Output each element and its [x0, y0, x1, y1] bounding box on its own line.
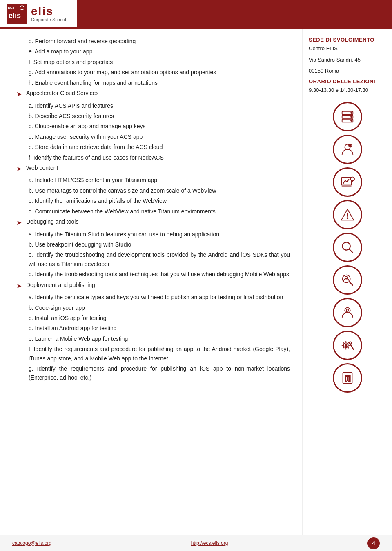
bullet-arrow: ➤	[16, 89, 23, 100]
sidebar-icons: ©	[309, 102, 386, 393]
list-item: b. Use meta tags to control the canvas s…	[29, 186, 290, 195]
list-item: a. Include HTML/CSS content in your Tita…	[29, 176, 290, 184]
list-item: e. Launch a Mobile Web app for testing	[29, 334, 290, 343]
logo-box: elis ECS	[7, 4, 27, 24]
main-layout: d. Perform forward and reverse geocoding…	[0, 29, 392, 535]
list-item: c. Install an iOS app for testing	[29, 313, 290, 322]
section-label: Debugging and tools	[26, 217, 78, 226]
sede-name: Centro ELIS	[309, 44, 386, 53]
chart-icon	[333, 167, 362, 197]
list-item: d. Perform forward and reverse geocoding	[29, 37, 290, 46]
logo-svg: elis ECS	[7, 4, 27, 24]
person-info-icon: i	[333, 298, 362, 327]
gear-tools-icon	[333, 331, 362, 360]
logo-corporate: Corporate School	[31, 17, 66, 22]
list-item: e. Add a map to your app	[29, 47, 290, 56]
sede-city: 00159 Roma	[309, 67, 386, 75]
svg-line-36	[343, 342, 344, 343]
section-acs: ➤ Appcelerator Cloud Services	[16, 89, 290, 100]
page-footer: catalogo@elis.org http://ecs.elis.org 4	[0, 535, 392, 551]
list-item: f. Identify the features of and use case…	[29, 153, 290, 162]
svg-text:©: ©	[349, 144, 351, 147]
list-item: a. Identify the Titanium Studio features…	[29, 230, 290, 239]
section-web: ➤ Web content	[16, 163, 290, 174]
list-item: a. Identify ACS APIs and features	[29, 101, 290, 110]
bullet-arrow: ➤	[16, 164, 23, 174]
list-item: b. Code-sign your app	[29, 303, 290, 312]
list-item: g. Identify the requirements and procedu…	[29, 364, 290, 382]
svg-point-16	[350, 177, 354, 181]
svg-line-37	[347, 347, 348, 348]
section-label: Appcelerator Cloud Services	[26, 89, 98, 98]
server-icon	[333, 102, 362, 131]
sidebar: Sede di svolgimento Centro ELIS Via Sand…	[302, 29, 392, 535]
footer-email[interactable]: catalogo@elis.org	[12, 540, 51, 546]
list-item: d. Identify the troubleshooting tools an…	[29, 270, 290, 279]
sede-label: Sede di svolgimento	[309, 37, 386, 43]
svg-line-23	[349, 249, 353, 253]
section-deploy: ➤ Deployment and publishing	[16, 280, 290, 291]
list-item: c. Cloud-enable an app and manage app ke…	[29, 122, 290, 131]
svg-point-21	[347, 218, 348, 219]
svg-text:[i]: [i]	[345, 375, 350, 382]
list-item: d. Communicate between the WebView and n…	[29, 207, 290, 216]
logo-area: elis ECS elis Corporate School	[0, 0, 73, 27]
svg-point-8	[351, 112, 352, 113]
list-item: f. Set map options and properties	[29, 58, 290, 67]
svg-line-39	[343, 347, 344, 348]
list-item: c. Identify the troubleshooting and deve…	[29, 250, 290, 269]
svg-point-10	[351, 120, 352, 121]
svg-text:ECS: ECS	[8, 6, 15, 9]
svg-point-9	[351, 116, 352, 118]
list-item: g. Add annotations to your map, and set …	[29, 68, 290, 77]
list-item: b. Use breakpoint debugging with Studio	[29, 240, 290, 249]
list-item: c. Identify the ramifications and pitfal…	[29, 196, 290, 205]
list-item: d. Install an Android app for testing	[29, 324, 290, 333]
logo-elis-text: elis	[31, 6, 66, 17]
logo-text-area: elis Corporate School	[31, 6, 66, 22]
bullet-arrow: ➤	[16, 281, 23, 291]
sede-address: Via Sandro Sandri, 45	[309, 56, 386, 64]
list-item: e. Store data in and retrieve data from …	[29, 142, 290, 151]
list-item: h. Enable event handling for maps and an…	[29, 78, 290, 87]
search-icon	[333, 233, 362, 262]
section-label: Web content	[26, 163, 58, 172]
list-item: b. Describe ACS security features	[29, 111, 290, 120]
svg-point-31	[345, 344, 347, 347]
orario-label: Orario delle lezioni	[309, 78, 386, 84]
bullet-arrow: ➤	[16, 218, 23, 228]
warning-icon	[333, 200, 362, 229]
document-icon: [i]	[333, 363, 362, 393]
user-icon: ©	[333, 135, 362, 164]
section-debug: ➤ Debugging and tools	[16, 217, 290, 228]
svg-text:elis: elis	[9, 11, 21, 20]
page-number: 4	[368, 537, 380, 549]
search-person-icon	[333, 265, 362, 295]
svg-point-41	[349, 342, 351, 344]
orario-time: 9.30-13.30 e 14.30-17.30	[309, 86, 386, 94]
list-item: a. Identify the certificate types and ke…	[29, 293, 290, 302]
page-header: elis ECS elis Corporate School	[0, 0, 392, 29]
header-red-bar	[77, 0, 392, 27]
list-item: d. Manage user security within your ACS …	[29, 132, 290, 141]
list-item: f. Identify the requirements and procedu…	[29, 344, 290, 363]
section-label: Deployment and publishing	[26, 280, 95, 289]
main-content: d. Perform forward and reverse geocoding…	[0, 29, 302, 535]
footer-website[interactable]: http://ecs.elis.org	[191, 540, 228, 546]
svg-line-25	[349, 282, 353, 286]
